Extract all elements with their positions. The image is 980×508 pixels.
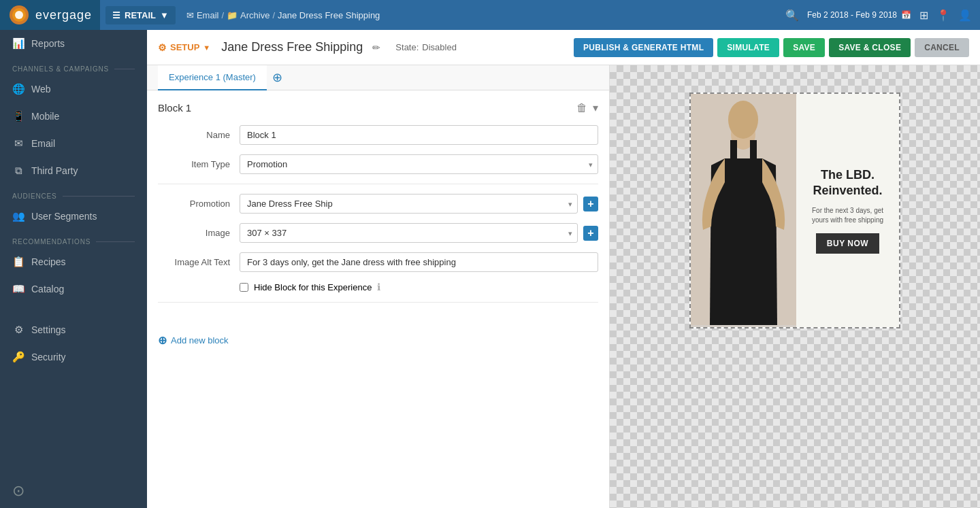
sidebar-section-channels: CHANNELS & CAMPAIGNS [0, 57, 147, 75]
tabs-bar: Experience 1 (Master) ⊕ [147, 65, 609, 90]
svg-point-2 [15, 11, 23, 19]
user-segments-icon: 👥 [12, 210, 24, 222]
state-area: State: Disabled [395, 42, 457, 52]
preview-card: The LBD. Reinvented. For the next 3 days… [689, 92, 900, 328]
page-title: Jane Dress Free Shipping [221, 40, 363, 54]
breadcrumb-sep2: / [272, 10, 275, 20]
item-type-row: Item Type Promotion Product Content ▾ [158, 154, 598, 174]
sidebar-label-reports: Reports [31, 38, 65, 49]
form-divider-1 [158, 184, 598, 184]
location-icon[interactable]: 📍 [936, 9, 950, 22]
svg-point-5 [728, 101, 758, 139]
preview-image-side [691, 94, 796, 327]
evergage-logo-icon [8, 4, 30, 26]
image-select[interactable]: 307 × 337 [240, 223, 578, 243]
image-row: Image 307 × 337 ▾ + [158, 223, 598, 243]
sidebar-item-third-party[interactable]: ⧉ Third Party [0, 157, 147, 184]
preview-buy-button[interactable]: BUY NOW [816, 233, 879, 254]
tab-experience-1[interactable]: Experience 1 (Master) [158, 65, 267, 90]
tab-add-button[interactable]: ⊕ [267, 66, 288, 89]
promotion-select-wrap: Jane Dress Free Ship ▾ [240, 194, 578, 214]
main-layout: 📊 Reports CHANNELS & CAMPAIGNS 🌐 Web 📱 M… [0, 30, 980, 508]
hide-block-checkbox[interactable] [240, 283, 248, 292]
cancel-button[interactable]: CANCEL [915, 38, 969, 57]
user-icon[interactable]: 👤 [958, 9, 972, 22]
settings-icon: ⚙ [12, 324, 24, 336]
sidebar-item-recipes[interactable]: 📋 Recipes [0, 248, 147, 275]
image-label: Image [158, 228, 240, 238]
image-add-button[interactable]: + [583, 226, 598, 241]
sidebar-item-mobile[interactable]: 📱 Mobile [0, 103, 147, 130]
date-range-value: Feb 2 2018 - Feb 9 2018 [807, 10, 897, 20]
security-icon: 🔑 [12, 351, 24, 363]
sidebar: 📊 Reports CHANNELS & CAMPAIGNS 🌐 Web 📱 M… [0, 30, 147, 508]
preview-headline: The LBD. Reinvented. [813, 167, 882, 198]
retail-selector[interactable]: ☰ RETAIL ▼ [105, 6, 176, 24]
back-arrow-icon[interactable]: ⊙ [12, 482, 24, 499]
breadcrumb-sep1: / [221, 10, 224, 20]
item-type-select-wrap: Promotion Product Content ▾ [240, 154, 598, 174]
editor-panel: Experience 1 (Master) ⊕ Block 1 🗑 ▾ [147, 65, 610, 508]
catalog-icon: 📖 [12, 283, 24, 295]
setup-chevron-icon: ▼ [203, 44, 210, 52]
sidebar-label-third-party: Third Party [31, 165, 78, 176]
email-icon: ✉ [186, 10, 194, 20]
publish-button[interactable]: PUBLISH & GENERATE HTML [574, 38, 713, 57]
sidebar-item-reports[interactable]: 📊 Reports [0, 30, 147, 57]
save-button[interactable]: SAVE [783, 38, 825, 57]
mobile-icon: 📱 [12, 110, 24, 122]
top-bar: evergage ☰ RETAIL ▼ ✉ Email / 📁 Archive … [0, 0, 980, 30]
date-range[interactable]: Feb 2 2018 - Feb 9 2018 📅 [807, 10, 911, 20]
promotion-add-button[interactable]: + [583, 197, 598, 211]
name-label: Name [158, 130, 240, 140]
delete-icon[interactable]: 🗑 [576, 102, 587, 114]
info-icon[interactable]: ℹ [377, 282, 380, 292]
breadcrumb-archive[interactable]: Archive [240, 10, 270, 20]
sidebar-item-web[interactable]: 🌐 Web [0, 75, 147, 103]
sidebar-item-email[interactable]: ✉ Email [0, 130, 147, 157]
filter-icon[interactable]: ⊞ [919, 9, 928, 22]
image-inline: 307 × 337 ▾ + [240, 223, 598, 243]
retail-chevron-icon: ▼ [160, 10, 169, 20]
preview-subtext: For the next 3 days, get yours with free… [803, 206, 892, 225]
hide-block-row: Hide Block for this Experience ℹ [240, 282, 598, 292]
edit-icon[interactable]: ✏ [372, 42, 380, 53]
image-select-wrap: 307 × 337 ▾ [240, 223, 578, 243]
hide-block-label: Hide Block for this Experience [254, 282, 372, 292]
state-value: Disabled [422, 42, 457, 52]
logo-area: evergage [0, 0, 100, 30]
search-icon[interactable]: 🔍 [785, 9, 799, 22]
sidebar-item-settings[interactable]: ⚙ Settings [0, 316, 147, 343]
setup-button[interactable]: ⚙ SETUP ▼ [158, 42, 210, 53]
promotion-label: Promotion [158, 199, 240, 209]
archive-icon: 📁 [227, 10, 238, 20]
save-close-button[interactable]: SAVE & CLOSE [829, 38, 911, 57]
sidebar-label-mobile: Mobile [31, 111, 59, 122]
collapse-icon[interactable]: ▾ [593, 101, 598, 114]
image-alt-input[interactable] [240, 252, 598, 272]
preview-panel: The LBD. Reinvented. For the next 3 days… [610, 65, 980, 508]
top-bar-right: 🔍 Feb 2 2018 - Feb 9 2018 📅 ⊞ 📍 👤 [785, 9, 972, 22]
promotion-select[interactable]: Jane Dress Free Ship [240, 194, 578, 214]
sidebar-item-user-segments[interactable]: 👥 User Segments [0, 203, 147, 230]
item-type-select[interactable]: Promotion Product Content [240, 154, 598, 174]
name-input[interactable] [240, 125, 598, 145]
state-label: State: [395, 42, 419, 52]
simulate-button[interactable]: SIMULATE [717, 38, 779, 57]
sidebar-label-email: Email [31, 138, 55, 149]
sidebar-item-catalog[interactable]: 📖 Catalog [0, 275, 147, 303]
tab-experience-1-label: Experience 1 (Master) [169, 72, 256, 82]
breadcrumb-email[interactable]: Email [197, 10, 219, 20]
sidebar-section-audiences: AUDIENCES [0, 184, 147, 203]
breadcrumb: ✉ Email / 📁 Archive / Jane Dress Free Sh… [186, 10, 380, 20]
add-block-button[interactable]: ⊕ Add new block [147, 328, 609, 352]
reports-icon: 📊 [12, 37, 24, 50]
promotion-row: Promotion Jane Dress Free Ship ▾ + [158, 194, 598, 214]
sidebar-label-catalog: Catalog [31, 284, 64, 294]
sidebar-bottom: ⊙ [0, 474, 147, 508]
split-area: Experience 1 (Master) ⊕ Block 1 🗑 ▾ [147, 65, 980, 508]
content-area: ⚙ SETUP ▼ Jane Dress Free Shipping ✏ Sta… [147, 30, 980, 508]
block-header: Block 1 🗑 ▾ [158, 101, 598, 114]
sidebar-item-security[interactable]: 🔑 Security [0, 343, 147, 371]
add-block-label: Add new block [171, 335, 229, 345]
